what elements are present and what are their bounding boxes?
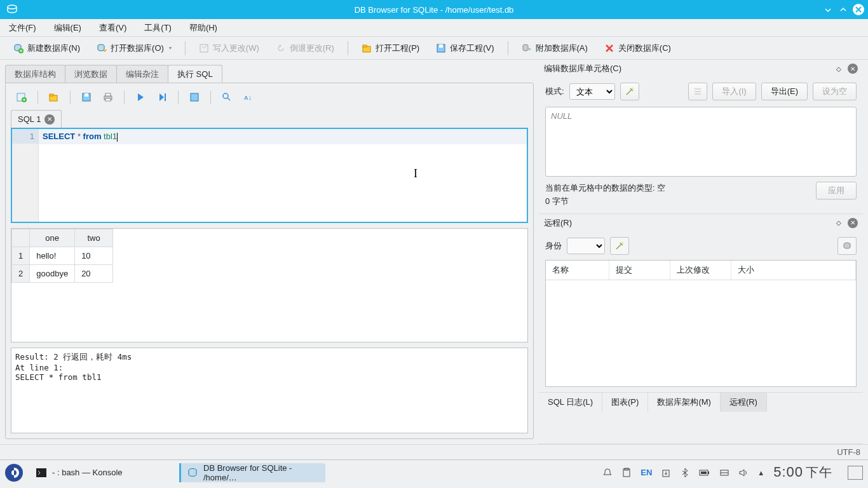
save-sql-button[interactable]	[78, 89, 95, 105]
execute-line-button[interactable]	[154, 89, 170, 105]
identity-select[interactable]	[567, 238, 605, 254]
remote-panel: 远程(R) ◇ ✕ 身份 名称 提交 上次修改 大小 SQL 日	[539, 214, 863, 444]
btab-schema[interactable]: 数据库架构(M)	[648, 393, 721, 412]
col-last-modified[interactable]: 上次修改	[670, 261, 731, 280]
mode-label: 模式:	[545, 86, 564, 97]
revert-changes-button: 倒退更改(R)	[269, 39, 341, 58]
new-tab-button[interactable]	[13, 89, 30, 105]
close-button[interactable]	[853, 4, 864, 15]
sql-editor[interactable]: 1 SELECT * from tbl1 I	[11, 128, 528, 223]
apply-button: 应用	[816, 182, 857, 200]
chevron-down-icon[interactable]: ▾	[169, 45, 172, 51]
separator	[508, 41, 508, 55]
save-project-button[interactable]: 保存工程(V)	[429, 39, 501, 58]
find-button[interactable]	[219, 89, 235, 105]
chevron-up-icon[interactable]: ▲	[757, 469, 764, 477]
sql-toolbar: ᴀ↓	[11, 88, 528, 110]
magic-button[interactable]	[620, 83, 639, 100]
menu-tools[interactable]: 工具(T)	[140, 20, 175, 36]
close-tab-icon[interactable]: ✕	[44, 114, 55, 125]
table-corner	[12, 229, 30, 247]
close-db-icon	[604, 43, 614, 53]
updates-icon[interactable]	[661, 468, 671, 478]
clock[interactable]: 5:00下午	[773, 464, 832, 481]
table-row[interactable]: 2 goodbye 20	[12, 265, 113, 283]
bluetooth-icon[interactable]	[680, 468, 690, 478]
detach-panel-icon[interactable]: ◇	[834, 218, 844, 228]
col-size[interactable]: 大小	[731, 261, 856, 280]
separator	[37, 91, 38, 104]
results-table[interactable]: one two 1 hello! 10 2 goodbye 20	[11, 228, 528, 342]
open-project-icon	[362, 43, 372, 53]
execute-button[interactable]	[132, 89, 149, 105]
open-database-button[interactable]: 打开数据库(O) ▾	[90, 39, 179, 58]
sql-tab-1[interactable]: SQL 1 ✕	[11, 110, 62, 128]
open-project-button[interactable]: 打开工程(P)	[355, 39, 426, 58]
tab-edit-pragmas[interactable]: 编辑杂注	[116, 65, 168, 83]
svg-rect-20	[191, 93, 198, 101]
show-desktop-button[interactable]	[848, 466, 863, 480]
editor-code[interactable]: SELECT * from tbl1 I	[39, 129, 527, 222]
panel-title: 远程(R)	[544, 217, 830, 229]
language-indicator[interactable]: EN	[641, 468, 652, 477]
print-button[interactable]	[100, 89, 116, 105]
btab-sql-log[interactable]: SQL 日志(L)	[539, 393, 602, 412]
editor-gutter: 1	[12, 129, 39, 222]
network-icon[interactable]	[719, 468, 729, 478]
bottom-tabs: SQL 日志(L) 图表(P) 数据库架构(M) 远程(R)	[539, 392, 863, 412]
taskbar-item-dbbrowser[interactable]: DB Browser for SQLite - /home/…	[179, 463, 325, 482]
mode-select[interactable]: 文本	[569, 83, 615, 100]
close-database-button[interactable]: 关闭数据库(C)	[597, 39, 678, 58]
battery-icon[interactable]	[699, 468, 710, 478]
svg-point-21	[223, 93, 228, 98]
maximize-button[interactable]	[837, 4, 849, 15]
window-title: DB Browser for SQLite - /home/user/test.…	[355, 5, 514, 15]
refresh-button[interactable]	[610, 237, 629, 255]
col-name[interactable]: 名称	[546, 261, 609, 280]
main-tabs: 数据库结构 浏览数据 编辑杂注 执行 SQL	[5, 65, 534, 83]
tab-db-structure[interactable]: 数据库结构	[5, 65, 65, 83]
minimize-button[interactable]	[822, 4, 834, 15]
new-db-icon	[13, 43, 24, 53]
statusbar: UTF-8	[0, 444, 868, 459]
db-icon	[187, 467, 198, 478]
edit-cell-panel: 编辑数据库单元格(C) ◇ ✕ 模式: 文本 导入(I) 导出(E) 设为空 N…	[539, 60, 863, 214]
detach-panel-icon[interactable]: ◇	[834, 64, 844, 74]
svg-rect-28	[36, 468, 46, 477]
volume-icon[interactable]	[738, 468, 749, 478]
tab-execute-sql[interactable]: 执行 SQL	[168, 65, 222, 83]
cell-value-textarea[interactable]: NULL	[545, 107, 857, 177]
menu-help[interactable]: 帮助(H)	[186, 20, 221, 36]
column-header-one[interactable]: one	[30, 229, 75, 247]
menu-view[interactable]: 查看(V)	[95, 20, 130, 36]
write-changes-icon	[199, 43, 209, 53]
table-row[interactable]: 1 hello! 10	[12, 247, 113, 265]
tab-browse-data[interactable]: 浏览数据	[65, 65, 117, 83]
save-results-button[interactable]	[186, 89, 203, 105]
column-header-two[interactable]: two	[75, 229, 113, 247]
open-sql-button[interactable]	[46, 89, 62, 105]
close-panel-icon[interactable]: ✕	[848, 218, 858, 228]
remote-table[interactable]: 名称 提交 上次修改 大小	[545, 260, 857, 387]
export-button[interactable]: 导出(E)	[761, 83, 808, 100]
close-panel-icon[interactable]: ✕	[848, 64, 858, 74]
btab-remote[interactable]: 远程(R)	[721, 393, 767, 412]
notifications-icon[interactable]	[602, 468, 613, 478]
find-replace-button[interactable]: ᴀ↓	[240, 89, 257, 105]
push-button[interactable]	[837, 237, 857, 255]
new-database-button[interactable]: 新建数据库(N)	[6, 39, 87, 58]
placeholder-text: NULL	[551, 111, 572, 121]
svg-rect-35	[701, 471, 707, 474]
separator	[210, 91, 211, 104]
menu-file[interactable]: 文件(F)	[5, 20, 40, 36]
separator	[70, 91, 71, 104]
col-commit[interactable]: 提交	[609, 261, 670, 280]
clipboard-icon[interactable]	[621, 468, 632, 478]
taskbar-item-konsole[interactable]: - : bash — Konsole	[28, 463, 174, 482]
sql-log-output[interactable]: Result: 2 行返回，耗时 4ms At line 1: SELECT *…	[11, 348, 528, 433]
menu-edit[interactable]: 编辑(E)	[50, 20, 85, 36]
svg-rect-6	[363, 45, 367, 47]
start-button[interactable]	[5, 464, 23, 482]
attach-database-button[interactable]: 附加数据库(A)	[515, 39, 595, 58]
btab-plot[interactable]: 图表(P)	[602, 393, 648, 412]
